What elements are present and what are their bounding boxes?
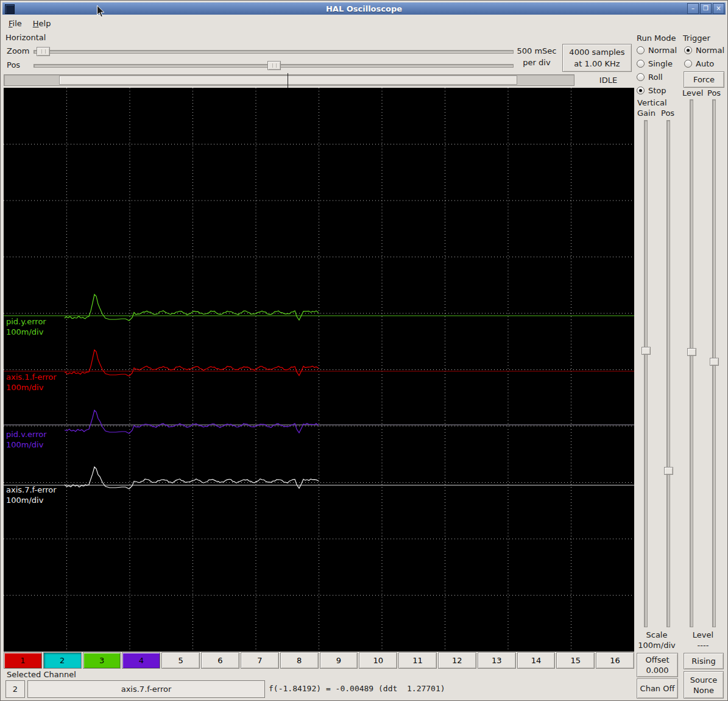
zoom-slider[interactable] [34,46,514,56]
channel-button-8[interactable]: 8 [280,652,319,669]
rate-value: 500 mSec [514,45,559,57]
channel-button-6[interactable]: 6 [201,652,239,669]
trace-scale-label: 100m/div [6,327,44,336]
force-trigger-button[interactable]: Force [684,71,724,88]
trigger-pos-label: Pos [707,88,721,98]
trigger-level-readout-value: ---- [682,641,724,650]
slider-trough[interactable] [690,99,693,627]
channel-value-readout: f(-1.84192) = -0.00489 (ddt 1.27701) [269,680,445,697]
radio-label: Single [648,59,673,68]
selected-channel-group-label: Selected Channel [7,670,76,679]
trace-waveform [65,294,319,321]
trace-name-label: axis.1.f-error [6,372,57,382]
capture-state-label: IDLE [585,76,631,85]
slider-trough[interactable] [666,120,670,627]
samples-rate: at 1.00 KHz [574,58,620,69]
channel-button-15[interactable]: 15 [556,652,595,669]
record-length-button[interactable]: 4000 samples at 1.00 KHz [562,44,632,72]
trigger-level-slider[interactable] [687,99,695,627]
vertical-pos-slider[interactable] [664,120,672,627]
offset-button[interactable]: Offset 0.000 [637,653,678,677]
pos-label: Pos [7,60,20,69]
channel-button-10[interactable]: 10 [359,652,397,669]
zoom-slider-handle[interactable] [37,47,50,56]
minimize-icon: – [691,5,694,12]
channel-button-13[interactable]: 13 [478,652,516,669]
trigger-normal-radio[interactable]: Normal [684,44,724,55]
run-mode-normal-radio[interactable]: Normal [637,44,677,55]
offset-value: 0.000 [646,665,668,675]
maximize-button[interactable]: ❒ [700,3,712,14]
minimize-button[interactable]: – [687,3,699,14]
channel-button-1[interactable]: 1 [4,652,42,669]
run-mode-stop-radio[interactable]: Stop [637,85,666,96]
trigger-edge-button[interactable]: Rising [684,653,724,669]
source-label: Source [690,675,718,685]
horizontal-group-label: Horizontal [5,33,46,42]
channel-button-3[interactable]: 3 [83,652,121,669]
zoom-label: Zoom [7,46,29,55]
vertical-pos-label: Pos [661,109,674,118]
trace-scale-label: 100m/div [6,440,44,449]
scope-display[interactable]: pid.y.error100m/divaxis.1.f-error100m/di… [4,88,634,652]
channel-button-12[interactable]: 12 [438,652,476,669]
radio-icon [684,60,692,68]
channel-button-4[interactable]: 4 [122,652,160,669]
menu-help[interactable]: Help [27,17,57,30]
close-button[interactable]: × [713,3,724,14]
trace-name-label: axis.7.f-error [6,485,57,494]
channel-button-2[interactable]: 2 [43,652,82,669]
trace-waveform [65,467,319,489]
time-per-div-readout: 500 mSec per div [514,45,559,68]
vertical-gain-slider[interactable] [641,120,649,627]
trigger-pos-slider[interactable] [710,99,718,627]
channel-button-7[interactable]: 7 [241,652,279,669]
radio-icon [637,60,645,68]
titlebar: HAL Oscilloscope – ❒ × [2,2,726,15]
vertical-gain-handle[interactable] [641,347,651,355]
channel-button-9[interactable]: 9 [320,652,358,669]
run-mode-single-radio[interactable]: Single [637,58,673,69]
channel-button-row: 12345678910111213141516 [4,652,634,669]
selected-channel-number: 2 [5,680,25,698]
trace-scale-label: 100m/div [6,496,44,505]
close-icon: × [716,5,721,12]
radio-label: Auto [696,59,714,68]
trace-waveform [65,350,319,376]
radio-icon [637,46,645,54]
zoom-slider-trough[interactable] [34,50,514,54]
window-title: HAL Oscilloscope [2,4,726,13]
trace-scale-label: 100m/div [6,383,44,392]
channel-button-16[interactable]: 16 [596,652,634,669]
radio-label: Normal [696,46,724,55]
menu-file[interactable]: File [3,17,27,30]
trigger-position-marker [288,73,288,88]
trigger-source-button[interactable]: Source None [684,671,724,699]
vertical-pos-handle[interactable] [664,467,673,475]
trigger-level-label: Level [682,88,703,98]
radio-icon [637,87,645,94]
pos-slider[interactable] [34,60,514,70]
slider-trough[interactable] [644,120,648,627]
scale-value: 100m/div [635,641,678,650]
radio-label: Normal [648,46,677,55]
offset-label: Offset [645,655,669,665]
pos-slider-handle[interactable] [267,61,281,70]
scale-label: Scale [635,630,678,639]
channel-button-11[interactable]: 11 [398,652,437,669]
channel-button-5[interactable]: 5 [161,652,200,669]
vertical-gain-label: Gain [637,109,656,118]
run-mode-roll-radio[interactable]: Roll [637,71,663,82]
source-value: None [693,685,714,696]
channel-button-14[interactable]: 14 [517,652,556,669]
chan-off-button[interactable]: Chan Off [637,678,678,699]
trigger-auto-radio[interactable]: Auto [684,58,714,69]
selected-channel-name-button[interactable]: axis.7.f-error [27,680,265,698]
radio-icon [637,73,645,81]
capture-window-indicator[interactable] [59,76,517,85]
trace-name-label: pid.v.error [6,430,47,439]
trigger-level-handle[interactable] [687,348,696,356]
maximize-icon: ❒ [703,5,709,12]
trigger-pos-handle[interactable] [710,358,719,366]
capture-position-bar[interactable] [4,74,574,86]
